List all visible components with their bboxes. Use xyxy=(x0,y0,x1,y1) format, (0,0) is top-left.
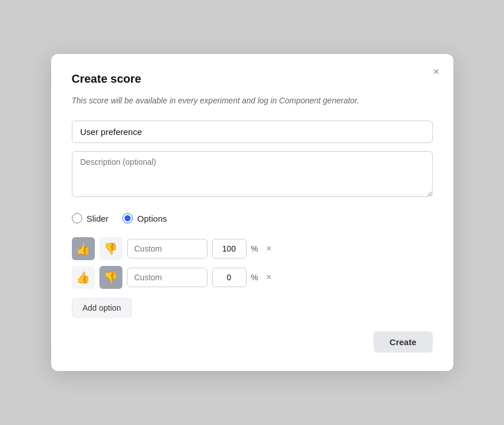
type-radio-group: Slider Options xyxy=(72,213,433,223)
modal-subtitle: This score will be available in every ex… xyxy=(72,95,433,107)
options-list: 👍 👎 % × 👍 👎 % × xyxy=(72,237,433,289)
modal-footer: Create xyxy=(72,331,433,353)
thumbs-down-btn-2[interactable]: 👎 xyxy=(99,266,122,289)
custom-input-2[interactable] xyxy=(127,268,207,287)
add-option-button[interactable]: Add option xyxy=(72,298,132,318)
percent-sign-1: % xyxy=(251,244,258,253)
percent-input-1[interactable] xyxy=(212,239,247,258)
modal-title: Create score xyxy=(72,72,433,86)
thumbs-up-btn-1[interactable]: 👍 xyxy=(72,237,95,260)
remove-btn-1[interactable]: × xyxy=(263,242,275,255)
percent-sign-2: % xyxy=(251,273,258,282)
thumbs-down-btn-1[interactable]: 👎 xyxy=(99,237,122,260)
options-label: Options xyxy=(137,214,167,223)
slider-radio[interactable] xyxy=(72,213,82,223)
slider-radio-label[interactable]: Slider xyxy=(72,213,109,223)
modal: × Create score This score will be availa… xyxy=(51,54,453,371)
percent-input-2[interactable] xyxy=(212,268,247,287)
create-button[interactable]: Create xyxy=(374,331,433,353)
custom-input-1[interactable] xyxy=(127,239,207,258)
description-textarea[interactable] xyxy=(72,151,433,197)
overlay: × Create score This score will be availa… xyxy=(0,0,504,425)
option-row-1: 👍 👎 % × xyxy=(72,237,433,260)
options-radio-label[interactable]: Options xyxy=(122,213,167,223)
slider-label: Slider xyxy=(87,214,109,223)
remove-btn-2[interactable]: × xyxy=(263,271,275,284)
score-name-input[interactable] xyxy=(72,121,433,143)
options-radio[interactable] xyxy=(122,213,133,223)
option-row-2: 👍 👎 % × xyxy=(72,266,433,289)
close-button[interactable]: × xyxy=(431,64,442,79)
thumbs-up-btn-2[interactable]: 👍 xyxy=(72,266,95,289)
